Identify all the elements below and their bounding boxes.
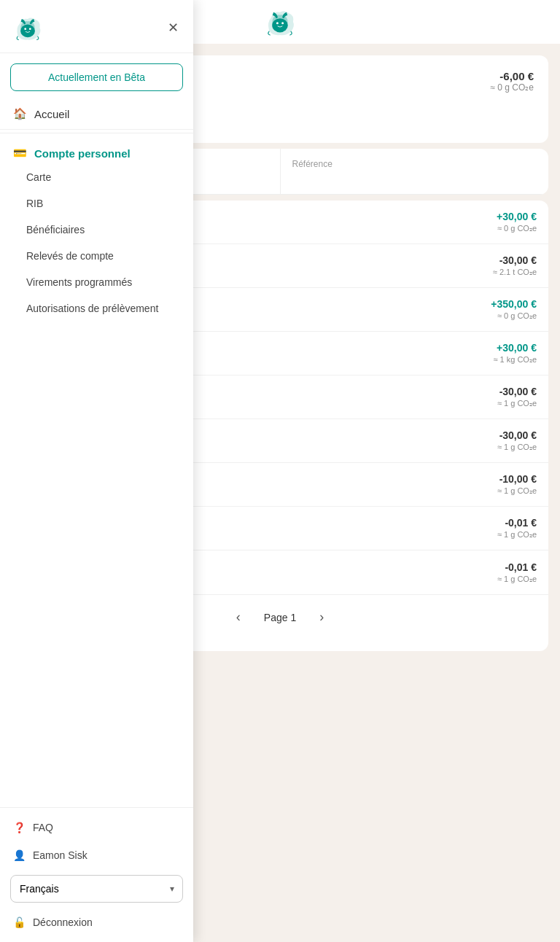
sidebar-item-logout[interactable]: 🔓 Déconnexion (0, 908, 193, 936)
tx-right-8: -0,01 € ≈ 1 g CO₂e (497, 517, 537, 540)
tx-co2-8: ≈ 1 g CO₂e (497, 530, 537, 540)
language-selector-wrapper[interactable]: Français English Español ▾ (10, 875, 183, 903)
svg-point-2 (29, 28, 31, 30)
tx-right-4: +30,00 € ≈ 1 kg CO₂e (493, 342, 537, 365)
sidebar: ✕ Actuellement en Bêta 🏠 Accueil 💳 Compt… (0, 0, 193, 942)
tx-amount-6: -30,00 € (497, 429, 537, 441)
tx-co2-3: ≈ 0 g CO₂e (491, 311, 537, 321)
tx-amount-4: +30,00 € (493, 342, 537, 354)
sidebar-section-compte[interactable]: 💳 Compte personnel (0, 136, 193, 164)
tx-right-3: +350,00 € ≈ 0 g CO₂e (491, 298, 537, 321)
sidebar-accueil-label: Accueil (34, 108, 69, 120)
sidebar-section-title-label: Compte personnel (34, 147, 131, 160)
language-select[interactable]: Français English Español (10, 875, 183, 903)
tx-right-5: -30,00 € ≈ 1 g CO₂e (497, 386, 537, 408)
sidebar-logo-icon (12, 12, 44, 44)
sidebar-divider-1 (0, 133, 193, 133)
beta-button[interactable]: Actuellement en Bêta (10, 63, 183, 91)
pagination-page-label: Page 1 (264, 612, 296, 623)
tx-amount-9: -0,01 € (497, 561, 537, 573)
svg-point-5 (281, 22, 284, 24)
sidebar-header: ✕ (0, 0, 193, 53)
tx-amount-3: +350,00 € (491, 298, 537, 310)
tx-right-9: -0,01 € ≈ 1 g CO₂e (497, 561, 537, 584)
sidebar-bottom: ❓ FAQ 👤 Eamon Sisk Français English Espa… (0, 807, 193, 942)
tx-co2-9: ≈ 1 g CO₂e (497, 575, 537, 584)
tx-right-7: -10,00 € ≈ 1 g CO₂e (497, 473, 537, 496)
sidebar-spacer (0, 322, 193, 807)
sidebar-item-accueil[interactable]: 🏠 Accueil (0, 98, 193, 130)
sidebar-item-virements[interactable]: Virements programmés (0, 269, 193, 295)
sidebar-item-rib[interactable]: RIB (0, 190, 193, 217)
pagination-prev-button[interactable]: ‹ (230, 607, 246, 628)
svg-point-0 (20, 25, 35, 38)
sidebar-close-button[interactable]: ✕ (165, 18, 182, 37)
sidebar-item-faq[interactable]: ❓ FAQ (0, 814, 193, 841)
reference-filter-label: Référence (292, 159, 537, 169)
compte-emoji: 💳 (13, 147, 27, 160)
tx-co2-4: ≈ 1 kg CO₂e (493, 355, 537, 365)
sidebar-item-carte[interactable]: Carte (0, 164, 193, 190)
tx-co2-7: ≈ 1 g CO₂e (497, 486, 537, 496)
tx-right-2: -30,00 € ≈ 2.1 t CO₂e (493, 254, 537, 277)
tx-right-1: +30,00 € ≈ 0 g CO₂e (497, 211, 537, 233)
tx-co2-1: ≈ 0 g CO₂e (497, 224, 537, 233)
pagination-next-button[interactable]: › (314, 607, 330, 628)
tx-amount-1: +30,00 € (497, 211, 537, 222)
svg-point-3 (272, 18, 288, 32)
header-logo-icon (262, 4, 298, 39)
sidebar-item-beneficiaires[interactable]: Bénéficiaires (0, 217, 193, 243)
tx-co2-5: ≈ 1 g CO₂e (497, 399, 537, 408)
svg-point-4 (276, 22, 279, 24)
filter-reference-col[interactable]: Référence (281, 149, 549, 194)
logout-icon: 🔓 (13, 916, 26, 928)
sidebar-item-releves[interactable]: Relevés de compte (0, 243, 193, 269)
tx-amount-8: -0,01 € (497, 517, 537, 529)
faq-label: FAQ (33, 822, 53, 833)
user-label: Eamon Sisk (33, 849, 88, 861)
tx-co2-6: ≈ 1 g CO₂e (497, 443, 537, 452)
user-icon: 👤 (13, 849, 26, 861)
sidebar-item-user[interactable]: 👤 Eamon Sisk (0, 841, 193, 869)
tx-amount-2: -30,00 € (493, 254, 537, 266)
sidebar-item-autorisations[interactable]: Autorisations de prélèvement (0, 295, 193, 322)
tx-amount-7: -10,00 € (497, 473, 537, 485)
tx-co2-2: ≈ 2.1 t CO₂e (493, 268, 537, 277)
tx-right-6: -30,00 € ≈ 1 g CO₂e (497, 429, 537, 452)
faq-icon: ❓ (13, 822, 26, 833)
home-icon: 🏠 (13, 107, 27, 120)
logout-label: Déconnexion (33, 916, 93, 928)
tx-amount-5: -30,00 € (497, 386, 537, 397)
svg-point-1 (24, 28, 26, 30)
